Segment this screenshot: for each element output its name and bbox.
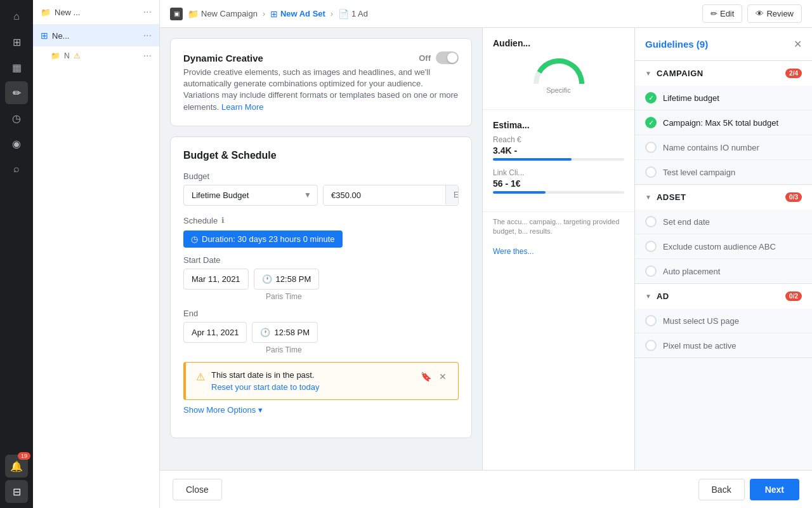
budget-type-select[interactable]: Lifetime Budget [183,185,318,206]
budget-type-select-wrapper: Lifetime Budget ▼ [183,185,318,206]
end-time-input[interactable]: 🕐 12:58 PM [252,322,318,343]
check-circle-empty-test [645,166,657,178]
review-button[interactable]: 👁 Review [747,4,802,23]
adset-icon: ⊞ [41,30,48,41]
reset-start-date-link[interactable]: Reset your start date to today [211,382,320,392]
check-circle-max-budget: ✓ [645,117,657,128]
nav-clock-icon[interactable]: ◷ [5,107,28,130]
guideline-campaign-header[interactable]: ▼ CAMPAIGN 2/4 [635,61,812,86]
close-button[interactable]: Close [173,479,222,500]
info-icon: ℹ [221,216,225,225]
nav-search-icon[interactable]: ⌕ [5,157,28,180]
right-panel: Audien... Specific Estima... Reach € 3.4… [482,28,634,470]
end-date-row: Apr 11, 2021 🕐 12:58 PM [183,322,459,343]
sub-item-more-button[interactable]: ··· [143,50,152,62]
edit-button-label: Edit [720,9,734,18]
warning-close-button[interactable]: ✕ [438,370,448,383]
estimate-title: Estima... [493,120,624,130]
guideline-adset-header[interactable]: ▼ ADSET 0/3 [635,185,812,210]
nav-grid-icon[interactable]: ⊞ [5,30,28,53]
adset-icon-bc: ⊞ [270,9,278,19]
sidebar-header: 📁 New ... ··· [33,0,159,25]
link-clicks-bar [493,191,624,194]
link-clicks-value: 56 - 1€ [493,178,624,189]
audience-gauge [534,58,584,84]
auto-placement-text: Auto placement [663,267,720,276]
end-date-input[interactable]: Apr 11, 2021 [183,322,247,343]
guidelines-close-button[interactable]: ✕ [794,38,802,50]
review-button-label: Review [766,9,794,18]
audience-title: Audien... [493,38,624,48]
specific-label: Specific [546,86,571,94]
link-clicks-estimate-row: Link Cli... 56 - 1€ [493,168,624,194]
adset-items: Set end date Exclude custom audience ABC… [635,210,812,283]
check-circle-empty-pixel [645,340,657,351]
ad-section-label: AD [657,291,780,301]
guidelines-panel: Guidelines (9) ✕ ▼ CAMPAIGN 2/4 ✓ Lifeti… [634,28,812,470]
breadcrumb-adset-label: New Ad Set [280,9,325,18]
edit-pencil-icon: ✏ [710,9,717,18]
bottom-bar: Close Back Next [160,470,812,508]
next-button[interactable]: Next [750,479,799,500]
start-date-label: Start Date [183,255,459,265]
ad-icon-bc: 📄 [338,9,349,19]
sidebar-sub-item[interactable]: 📁 N ⚠ ··· [33,46,159,65]
breadcrumb-bar: ▣ 📁 New Campaign › ⊞ New Ad Set › 📄 1 Ad… [160,0,812,28]
dynamic-creative-title: Dynamic Creative [183,53,263,64]
show-more-options[interactable]: Show More Options ▾ [183,405,459,415]
guideline-ad-header[interactable]: ▼ AD 0/2 [635,284,812,309]
back-button[interactable]: Back [698,479,745,500]
guideline-item-pixel-active: Pixel must be active [635,333,812,358]
start-date-input[interactable]: Mar 11, 2021 [183,269,249,290]
layout-icon: ▣ [170,8,183,20]
sub-item-label: N [64,51,70,60]
check-circle-empty-audience [645,241,657,252]
review-eye-icon: 👁 [756,9,764,18]
were-these-link[interactable]: Were thes... [483,242,634,261]
nav-chart-icon[interactable]: ▦ [5,56,28,79]
io-number-text: Name contains IO number [663,143,759,152]
main-content: ▣ 📁 New Campaign › ⊞ New Ad Set › 📄 1 Ad… [160,0,812,508]
budget-amount-input[interactable] [324,185,445,205]
folder-icon: 📁 [41,8,51,17]
start-time-input[interactable]: 🕐 12:58 PM [254,269,320,290]
warning-bookmark-button[interactable]: 🔖 [419,370,433,383]
start-time-value: 12:58 PM [276,274,311,284]
schedule-group: Schedule ℹ ◷ Duration: 30 days 23 hours … [183,216,459,415]
clock-icon-badge: ◷ [191,234,198,244]
adset-badge: 0/3 [785,192,802,202]
dynamic-creative-header: Dynamic Creative Off [183,51,459,64]
end-time-value: 12:58 PM [274,328,310,337]
schedule-label-row: Schedule ℹ [183,216,459,225]
budget-amount-input-wrapper: EUR [323,185,459,206]
guideline-adset-section: ▼ ADSET 0/3 Set end date Exclude custom … [635,185,812,284]
campaign-folder-icon: 📁 [188,9,199,19]
nav-face-icon[interactable]: ◉ [5,132,28,155]
warning-icon: ⚠ [74,51,81,60]
form-panel: Dynamic Creative Off Provide creative el… [160,28,482,470]
guideline-item-io-number: Name contains IO number [635,135,812,160]
reach-bar [493,158,624,161]
learn-more-link[interactable]: Learn More [221,102,263,112]
ad-items: Must select US page Pixel must be active [635,309,812,358]
nav-edit-icon[interactable]: ✏ [5,81,28,104]
sidebar-adset-more-button[interactable]: ··· [143,30,152,41]
audience-section: Audien... Specific [483,28,634,110]
dynamic-creative-card: Dynamic Creative Off Provide creative el… [170,38,472,126]
sidebar-more-button[interactable]: ··· [143,6,152,18]
budget-label: Budget [183,171,459,181]
nav-home-icon[interactable]: ⌂ [5,5,28,28]
sidebar-new-label: New ... [55,8,80,17]
sidebar-item-adset[interactable]: ⊞ Ne... ··· [33,25,159,46]
nav-notifications-icon[interactable]: 🔔 [5,455,28,478]
pixel-active-text: Pixel must be active [663,341,737,351]
sub-folder-icon: 📁 [51,51,60,60]
start-date-row: Mar 11, 2021 🕐 12:58 PM [183,269,459,290]
end-label: End [183,309,198,318]
dynamic-creative-toggle[interactable] [436,51,459,64]
start-timezone-label: Paris Time [266,292,459,301]
clock-icon-end: 🕐 [260,328,270,337]
duration-badge: ◷ Duration: 30 days 23 hours 0 minute [183,231,343,248]
edit-button[interactable]: ✏ Edit [702,4,742,23]
nav-table-icon[interactable]: ⊟ [5,480,28,503]
